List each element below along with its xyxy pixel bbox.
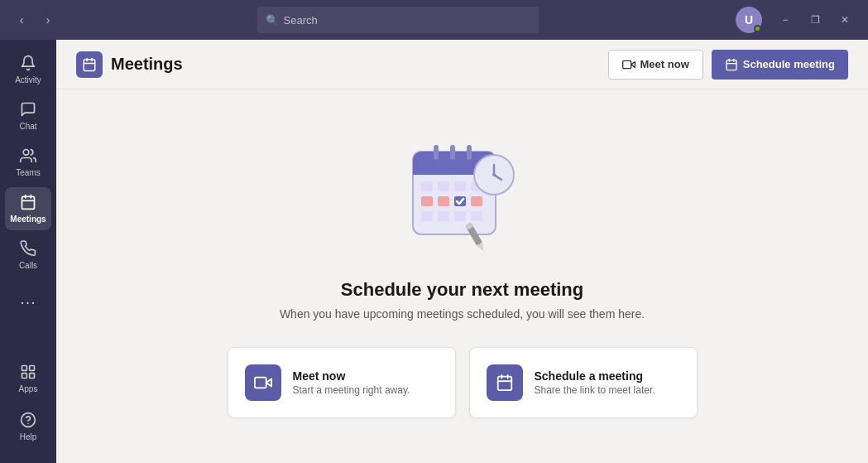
chat-icon	[20, 101, 36, 120]
teams-icon	[20, 147, 36, 166]
calendar-illustration	[396, 135, 529, 259]
meet-now-button[interactable]: Meet now	[608, 50, 703, 80]
sidebar: Activity Chat Teams	[0, 40, 56, 463]
online-status-dot	[754, 25, 761, 32]
svg-rect-8	[30, 374, 35, 379]
close-button[interactable]: ✕	[832, 8, 858, 31]
sidebar-item-activity[interactable]: Activity	[5, 48, 51, 91]
nav-back-button[interactable]: ‹	[10, 8, 33, 31]
activity-icon	[20, 55, 36, 74]
content-header: Meetings Meet now	[56, 40, 868, 89]
svg-rect-48	[497, 376, 511, 390]
calls-icon	[20, 240, 36, 259]
svg-rect-7	[22, 374, 27, 379]
svg-rect-37	[454, 211, 466, 221]
meet-now-card-icon	[245, 364, 281, 401]
svg-rect-31	[421, 196, 433, 206]
meet-now-card-title: Meet now	[293, 369, 410, 383]
sidebar-item-meetings[interactable]: Meetings	[5, 187, 51, 230]
sidebar-item-chat-label: Chat	[19, 122, 36, 131]
svg-point-0	[23, 150, 29, 156]
title-bar-left: ‹ ›	[10, 8, 60, 31]
sidebar-item-teams[interactable]: Teams	[5, 141, 51, 184]
schedule-meeting-card[interactable]: Schedule a meeting Share the link to mee…	[469, 347, 698, 418]
title-bar-right: U − ❐ ✕	[736, 7, 858, 33]
meet-now-card-text: Meet now Start a meeting right away.	[293, 369, 410, 396]
title-bar: ‹ › 🔍 U − ❐ ✕	[0, 0, 868, 40]
main-layout: Activity Chat Teams	[0, 40, 868, 463]
window-controls: − ❐ ✕	[772, 8, 858, 31]
nav-arrows: ‹ ›	[10, 8, 60, 31]
search-icon: 🔍	[266, 14, 279, 27]
sidebar-item-activity-label: Activity	[15, 75, 41, 84]
more-icon: ···	[20, 293, 36, 310]
sidebar-item-apps[interactable]: Apps	[5, 357, 51, 400]
video-icon	[622, 58, 635, 71]
empty-state-subtitle: When you have upcoming meetings schedule…	[280, 307, 645, 321]
meetings-page-icon	[76, 51, 103, 78]
svg-rect-1	[22, 196, 35, 209]
sidebar-item-calls[interactable]: Calls	[5, 234, 51, 277]
avatar-container[interactable]: U	[736, 7, 762, 33]
svg-rect-34	[471, 196, 482, 206]
svg-rect-25	[450, 145, 455, 160]
svg-rect-47	[254, 377, 266, 388]
svg-rect-26	[467, 145, 472, 160]
svg-marker-15	[631, 61, 635, 67]
schedule-meeting-label: Schedule meeting	[743, 58, 835, 70]
svg-rect-27	[421, 181, 433, 191]
meetings-sidebar-icon	[20, 194, 36, 213]
svg-rect-5	[22, 366, 27, 371]
svg-rect-32	[438, 196, 449, 206]
schedule-meeting-button[interactable]: Schedule meeting	[712, 50, 848, 80]
svg-rect-29	[454, 181, 466, 191]
svg-rect-28	[438, 181, 449, 191]
sidebar-item-teams-label: Teams	[16, 168, 40, 177]
svg-rect-11	[84, 60, 95, 71]
sidebar-item-chat[interactable]: Chat	[5, 94, 51, 137]
svg-rect-16	[622, 60, 631, 68]
svg-rect-38	[471, 211, 482, 221]
svg-marker-46	[266, 379, 271, 386]
meet-now-label: Meet now	[640, 58, 689, 70]
content-header-left: Meetings	[76, 51, 183, 78]
meet-now-card[interactable]: Meet now Start a meeting right away.	[228, 347, 456, 418]
svg-rect-6	[30, 366, 35, 371]
svg-rect-24	[434, 145, 439, 160]
action-cards: Meet now Start a meeting right away.	[228, 347, 698, 418]
header-buttons: Meet now Schedule meeting	[608, 50, 848, 80]
main-content: Schedule your next meeting When you have…	[56, 89, 868, 463]
sidebar-item-help-label: Help	[20, 432, 37, 441]
empty-state-title: Schedule your next meeting	[341, 279, 583, 301]
meet-now-card-desc: Start a meeting right away.	[293, 384, 410, 396]
sidebar-item-calls-label: Calls	[19, 261, 37, 270]
svg-rect-36	[438, 211, 449, 221]
schedule-meeting-card-text: Schedule a meeting Share the link to mee…	[535, 369, 655, 396]
schedule-icon	[725, 58, 738, 71]
svg-point-10	[28, 423, 29, 424]
search-input[interactable]	[284, 14, 530, 27]
svg-rect-17	[727, 60, 736, 70]
sidebar-item-more[interactable]: ···	[5, 280, 51, 323]
minimize-button[interactable]: −	[772, 8, 798, 31]
schedule-meeting-card-desc: Share the link to meet later.	[535, 384, 655, 396]
sidebar-item-help[interactable]: Help	[5, 405, 51, 448]
search-bar[interactable]: 🔍	[257, 7, 539, 33]
schedule-meeting-card-icon	[487, 364, 523, 401]
sidebar-item-apps-label: Apps	[19, 384, 38, 393]
page-title: Meetings	[111, 55, 183, 74]
content-area: Meetings Meet now	[56, 40, 868, 463]
apps-icon	[20, 364, 36, 383]
nav-forward-button[interactable]: ›	[36, 8, 60, 31]
schedule-meeting-card-title: Schedule a meeting	[535, 369, 655, 383]
sidebar-item-meetings-label: Meetings	[10, 215, 46, 224]
sidebar-bottom: Apps Help	[5, 355, 51, 456]
help-icon	[20, 412, 36, 431]
restore-button[interactable]: ❐	[802, 8, 828, 31]
svg-rect-35	[421, 211, 433, 221]
